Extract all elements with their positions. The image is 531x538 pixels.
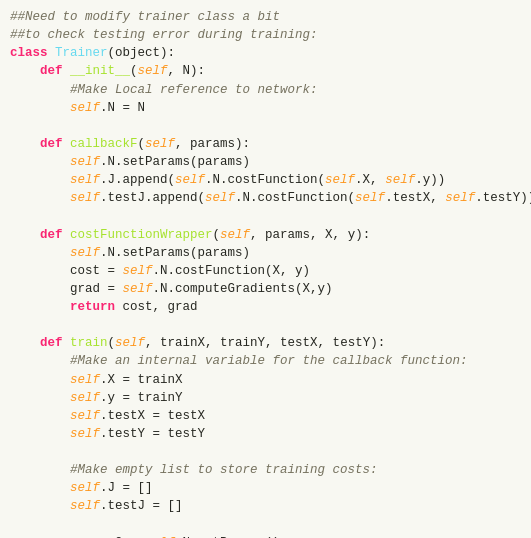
plain-token: .N.setParams(params)	[100, 155, 250, 169]
plain-token	[10, 427, 70, 441]
plain-token	[63, 137, 71, 151]
self-kw-token: self	[205, 191, 235, 205]
plain-token: (	[138, 137, 146, 151]
code-line: def __init__(self, N):	[10, 62, 521, 80]
code-line: params0 = self.N.getParams()	[10, 534, 521, 538]
plain-token	[10, 155, 70, 169]
code-line: self.testX = testX	[10, 407, 521, 425]
self-kw-token: self	[70, 246, 100, 260]
plain-token	[10, 463, 70, 477]
self-kw-token: self	[70, 373, 100, 387]
plain-token	[10, 391, 70, 405]
code-line	[10, 207, 521, 225]
self-kw-token: self	[138, 64, 168, 78]
plain-token	[10, 246, 70, 260]
plain-token: , params, X, y):	[250, 228, 370, 242]
code-line: #Make empty list to store training costs…	[10, 461, 521, 479]
plain-token: grad =	[10, 282, 123, 296]
code-line	[10, 443, 521, 461]
plain-token	[10, 373, 70, 387]
plain-token	[10, 409, 70, 423]
plain-token: .N.costFunction(	[205, 173, 325, 187]
self-kw-token: self	[145, 137, 175, 151]
plain-token: .N.costFunction(	[235, 191, 355, 205]
funcname-token: costFunctionWrapper	[70, 228, 213, 242]
keyword-token: def	[40, 228, 63, 242]
plain-token	[10, 336, 40, 350]
self-kw-token: self	[385, 173, 415, 187]
code-line: class Trainer(object):	[10, 44, 521, 62]
code-line: self.X = trainX	[10, 371, 521, 389]
keyword-token: def	[40, 64, 63, 78]
plain-token: .testX = testX	[100, 409, 205, 423]
self-kw-token: self	[70, 155, 100, 169]
plain-token: .N.costFunction(X, y)	[153, 264, 311, 278]
self-kw-token: self	[70, 481, 100, 495]
self-kw-token: self	[175, 173, 205, 187]
comment-token: #Make empty list to store training costs…	[70, 463, 378, 477]
keyword-token: def	[40, 137, 63, 151]
code-line	[10, 516, 521, 534]
code-line: def costFunctionWrapper(self, params, X,…	[10, 226, 521, 244]
code-line: def train(self, trainX, trainY, testX, t…	[10, 334, 521, 352]
plain-token	[10, 64, 40, 78]
code-line	[10, 117, 521, 135]
funcname-token: train	[70, 336, 108, 350]
plain-token: , params):	[175, 137, 250, 151]
plain-token: .y = trainY	[100, 391, 183, 405]
plain-token: , trainX, trainY, testX, testY):	[145, 336, 385, 350]
plain-token	[10, 354, 70, 368]
self-kw-token: self	[70, 101, 100, 115]
keyword-token: class	[10, 46, 48, 60]
self-kw-token: self	[70, 173, 100, 187]
plain-token	[10, 101, 70, 115]
plain-token: .N = N	[100, 101, 145, 115]
self-kw-token: self	[123, 282, 153, 296]
self-kw-token: self	[220, 228, 250, 242]
self-kw-token: self	[70, 409, 100, 423]
self-kw-token: self	[325, 173, 355, 187]
self-kw-token: self	[70, 391, 100, 405]
plain-token	[63, 64, 71, 78]
plain-token: cost =	[10, 264, 123, 278]
classname-token: Trainer	[55, 46, 108, 60]
code-line: #Make Local reference to network:	[10, 81, 521, 99]
self-kw-token: self	[115, 336, 145, 350]
plain-token	[63, 336, 71, 350]
code-editor: ##Need to modify trainer class a bit ##t…	[0, 0, 531, 538]
plain-token: .testJ = []	[100, 499, 183, 513]
plain-token: .testJ.append(	[100, 191, 205, 205]
self-kw-token: self	[445, 191, 475, 205]
plain-token: .X,	[355, 173, 385, 187]
plain-token	[10, 83, 70, 97]
comment-token: ##Need to modify trainer class a bit	[10, 10, 280, 24]
code-line: self.testJ.append(self.N.costFunction(se…	[10, 189, 521, 207]
code-line: self.testJ = []	[10, 497, 521, 515]
code-line: grad = self.N.computeGradients(X,y)	[10, 280, 521, 298]
code-line: return cost, grad	[10, 298, 521, 316]
code-line: self.N.setParams(params)	[10, 244, 521, 262]
code-line: self.N.setParams(params)	[10, 153, 521, 171]
code-line: cost = self.N.costFunction(X, y)	[10, 262, 521, 280]
plain-token: .y))	[415, 173, 445, 187]
plain-token	[48, 46, 56, 60]
code-line	[10, 316, 521, 334]
self-kw-token: self	[70, 499, 100, 513]
code-line: ##Need to modify trainer class a bit	[10, 8, 521, 26]
plain-token	[63, 228, 71, 242]
self-kw-token: self	[123, 264, 153, 278]
plain-token: .testY))	[475, 191, 531, 205]
comment-token: #Make an internal variable for the callb…	[70, 354, 468, 368]
code-line: def callbackF(self, params):	[10, 135, 521, 153]
keyword-token: return	[70, 300, 115, 314]
code-line: self.y = trainY	[10, 389, 521, 407]
plain-token	[10, 499, 70, 513]
plain-token: .testX,	[385, 191, 445, 205]
plain-token	[10, 137, 40, 151]
funcname-token: __init__	[70, 64, 130, 78]
plain-token: , N):	[168, 64, 206, 78]
comment-token: #Make Local reference to network:	[70, 83, 318, 97]
plain-token	[10, 300, 70, 314]
code-line: #Make an internal variable for the callb…	[10, 352, 521, 370]
plain-token: cost, grad	[115, 300, 198, 314]
